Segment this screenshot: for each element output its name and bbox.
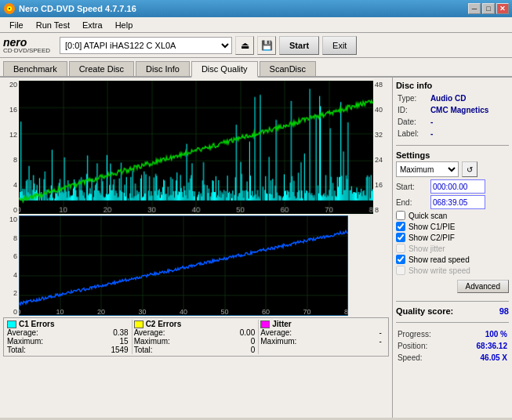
side-panel: Disc info Type:Audio CD ID:CMC Magnetics… (392, 78, 512, 418)
main-content: 201612840 48403224168 1086420 C1 Errors (0, 78, 512, 418)
quickscan-checkbox[interactable] (396, 211, 405, 220)
checkbox-c2pif: Show C2/PIF (396, 233, 509, 242)
bottom-chart-canvas (19, 215, 348, 316)
menu-extra[interactable]: Extra (76, 19, 109, 31)
chart-legend: C1 Errors Average:0.38 Maximum:15 Total:… (3, 317, 389, 357)
drive-dropdown[interactable]: [0:0] ATAPI iHAS122 C XL0A (60, 37, 232, 54)
quality-score-row: Quality score: 98 (396, 306, 509, 316)
legend-c2: C2 Errors Average:0.00 Maximum:0 Total:0 (134, 320, 260, 354)
c1-total: 1549 (111, 346, 128, 354)
top-chart-y-left: 201612840 (3, 81, 19, 214)
disc-type: Audio CD (430, 93, 507, 103)
jitter-maximum: - (379, 337, 382, 346)
c1-color-box (7, 320, 16, 328)
progress-table: Progress: 100 % Position: 68:36.12 Speed… (396, 328, 509, 364)
start-row: Start: (396, 179, 509, 194)
c2-maximum: 0 (251, 337, 256, 346)
chart-area: 201612840 48403224168 1086420 C1 Errors (0, 78, 392, 418)
start-label: Start: (396, 183, 427, 191)
bottom-chart-wrapper: 1086420 (3, 215, 389, 316)
menu-file[interactable]: File (3, 19, 30, 31)
save-button[interactable]: 💾 (257, 36, 276, 55)
c2-color-box (134, 320, 143, 328)
tab-disc-info[interactable]: Disc Info (136, 61, 190, 76)
speed-select[interactable]: Maximum (396, 161, 459, 177)
jitter-label: Jitter (272, 320, 291, 328)
c2-label: C2 Errors (146, 320, 182, 328)
speed-value: 46.05 X (456, 353, 507, 363)
tab-bar: Benchmark Create Disc Disc Info Disc Qua… (0, 58, 512, 78)
jitter-color-box (260, 320, 270, 328)
c1-average: 0.38 (113, 328, 128, 337)
tab-scandisc[interactable]: ScanDisc (260, 61, 316, 76)
app-logo: nero CD·DVD/SPEED (3, 37, 50, 54)
start-input[interactable] (430, 179, 485, 194)
speed-settings-row: Maximum ↺ (396, 161, 509, 177)
legend-c1: C1 Errors Average:0.38 Maximum:15 Total:… (7, 320, 133, 354)
tab-disc-quality[interactable]: Disc Quality (191, 61, 258, 78)
disc-label: - (430, 129, 507, 139)
svg-point-2 (9, 8, 10, 9)
progress-value: 100 % (456, 329, 507, 339)
end-row: End: (396, 195, 509, 209)
logo-cdspeed: CD·DVD/SPEED (3, 48, 50, 54)
legend-jitter: Jitter Average:- Maximum:- (260, 320, 385, 354)
top-chart-y-right: 48403224168 (373, 81, 389, 214)
disc-date: - (430, 117, 507, 127)
eject-button[interactable]: ⏏ (235, 36, 254, 55)
disc-info-section: Disc info Type:Audio CD ID:CMC Magnetics… (396, 81, 509, 140)
start-button[interactable]: Start (279, 36, 319, 55)
tab-create-disc[interactable]: Create Disc (69, 61, 134, 76)
top-chart-canvas (19, 81, 373, 214)
settings-section: Settings Maximum ↺ Start: End: Quick sca… (396, 150, 509, 277)
app-title: Nero CD-DVD Speed 4.7.7.16 (19, 4, 136, 13)
jitter-checkbox[interactable] (396, 244, 405, 253)
menu-bar: File Run Test Extra Help (0, 17, 512, 33)
app-icon (3, 2, 16, 15)
logo-nero: nero (3, 37, 50, 48)
maximize-button[interactable]: □ (482, 3, 495, 14)
c2pif-checkbox[interactable] (396, 233, 405, 242)
c1-label: C1 Errors (19, 320, 55, 328)
bottom-chart-y-left: 1086420 (3, 215, 19, 316)
jitter-average: - (379, 328, 382, 337)
checkbox-readspeed: Show read speed (396, 255, 509, 264)
exit-button[interactable]: Exit (322, 36, 357, 55)
c1-maximum: 15 (120, 337, 129, 346)
checkbox-jitter: Show jitter (396, 244, 509, 253)
end-input[interactable] (430, 195, 485, 209)
c1pie-checkbox[interactable] (396, 222, 405, 231)
tab-benchmark[interactable]: Benchmark (3, 61, 67, 76)
c2-total: 0 (251, 346, 256, 354)
window-controls: ─ □ ✕ (468, 3, 509, 14)
disc-info-title: Disc info (396, 81, 509, 90)
readspeed-checkbox[interactable] (396, 255, 405, 264)
checkbox-writespeed: Show write speed (396, 266, 509, 275)
disc-id: CMC Magnetics (430, 105, 507, 115)
menu-help[interactable]: Help (109, 19, 140, 31)
disc-info-table: Type:Audio CD ID:CMC Magnetics Date:- La… (396, 92, 509, 140)
refresh-button[interactable]: ↺ (462, 161, 478, 177)
minimize-button[interactable]: ─ (468, 3, 481, 14)
top-chart-wrapper: 201612840 48403224168 (3, 81, 389, 214)
close-button[interactable]: ✕ (496, 3, 509, 14)
quality-score-label: Quality score: (396, 306, 453, 316)
advanced-button[interactable]: Advanced (457, 280, 509, 293)
writespeed-checkbox[interactable] (396, 266, 405, 275)
menu-runtest[interactable]: Run Test (30, 19, 76, 31)
title-bar: Nero CD-DVD Speed 4.7.7.16 ─ □ ✕ (0, 0, 512, 17)
c2-average: 0.00 (240, 328, 255, 337)
end-label: End: (396, 198, 427, 207)
position-value: 68:36.12 (456, 341, 507, 351)
toolbar: nero CD·DVD/SPEED [0:0] ATAPI iHAS122 C … (0, 33, 512, 58)
settings-title: Settings (396, 150, 509, 160)
checkbox-c1pie: Show C1/PIE (396, 222, 509, 231)
checkbox-quickscan: Quick scan (396, 211, 509, 220)
quality-score-value: 98 (499, 306, 509, 316)
